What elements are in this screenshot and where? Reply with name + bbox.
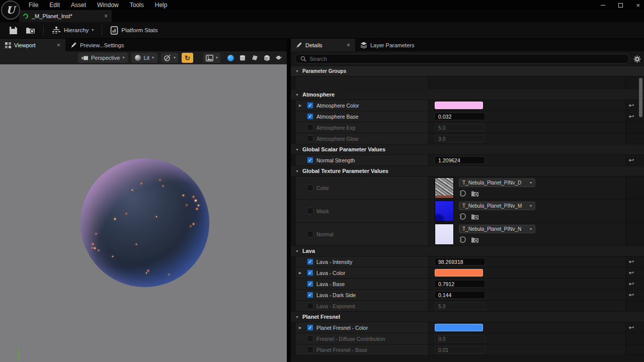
parameter-groups-header[interactable]: ▼ Parameter Groups [291, 66, 644, 76]
minimize-button-icon[interactable] [601, 5, 605, 6]
tab-viewport-close-icon[interactable]: × [57, 42, 60, 48]
reset-button[interactable]: ↩ [629, 113, 634, 120]
value-input[interactable]: 3.0 [435, 135, 485, 142]
browse-to-asset-icon[interactable] [471, 213, 479, 220]
perspective-dropdown[interactable]: Perspective ▾ [78, 53, 128, 63]
tab-details[interactable]: Details × [291, 39, 355, 51]
tab-viewport[interactable]: Viewport × [0, 39, 65, 51]
reset-button[interactable]: ↩ [629, 269, 634, 276]
details-settings-gear-icon[interactable] [633, 55, 641, 63]
color-swatch[interactable] [435, 324, 483, 331]
lava-spark [198, 205, 199, 206]
section-header[interactable]: ▼ Atmosphere [291, 89, 644, 100]
asset-tab[interactable]: _M_Planet_Inst* × [19, 10, 112, 22]
tab-preview-settings[interactable]: Preview...Settings [65, 39, 129, 51]
expander-arrow-icon[interactable]: ▶ [299, 271, 304, 275]
override-checkbox[interactable] [307, 303, 313, 309]
value-input[interactable]: 5.0 [435, 124, 485, 131]
collapse-caret-icon: ▼ [295, 69, 299, 73]
section-header[interactable]: ▼ Planet Fresnel [291, 312, 644, 322]
value-input[interactable]: 1.209624 [435, 156, 485, 164]
screenshot-dropdown[interactable]: ▾ [203, 53, 220, 63]
override-checkbox[interactable]: ✓ [307, 292, 313, 298]
preview-shape-cylinder-button[interactable] [238, 53, 247, 62]
use-selected-asset-icon[interactable] [459, 190, 466, 197]
value-input[interactable]: 0.0 [435, 335, 485, 342]
section-header[interactable]: ▼ Lava [291, 246, 644, 256]
value-input[interactable]: 98.269318 [435, 258, 485, 265]
search-bar[interactable] [295, 54, 629, 64]
color-swatch[interactable] [435, 269, 483, 277]
platform-stats-button[interactable]: Platform Stats [106, 24, 162, 37]
use-selected-asset-icon[interactable] [459, 236, 466, 243]
tab-layer-parameters[interactable]: Layer Parameters [355, 39, 419, 51]
override-checkbox[interactable]: ✓ [307, 113, 313, 120]
override-checkbox[interactable] [307, 346, 313, 353]
reset-button[interactable]: ↩ [629, 258, 634, 265]
preview-shape-cube-button[interactable] [262, 53, 271, 62]
search-input[interactable] [309, 56, 624, 62]
browse-to-asset-button[interactable] [22, 24, 39, 37]
override-checkbox[interactable]: ✓ [307, 324, 313, 331]
override-checkbox[interactable]: ✓ [307, 281, 313, 287]
realtime-toggle-button[interactable]: ↻ [182, 53, 193, 63]
vertical-scrollbar-thumb[interactable] [639, 78, 642, 117]
view-mode-options-dropdown[interactable]: ▾ [161, 53, 178, 63]
reset-button[interactable]: ↩ [629, 324, 634, 331]
preview-shape-plane-button[interactable] [250, 53, 259, 62]
close-window-icon[interactable]: × [636, 2, 640, 9]
override-checkbox[interactable] [307, 231, 313, 237]
expander-arrow-icon[interactable]: ▶ [299, 104, 304, 108]
reset-button[interactable]: ↩ [629, 102, 634, 109]
value-input[interactable]: 5.0 [435, 302, 485, 310]
hierarchy-dropdown[interactable]: Hierarchy ▾ [48, 24, 98, 37]
override-checkbox[interactable]: ✓ [307, 269, 313, 276]
browse-to-asset-icon[interactable] [471, 236, 479, 243]
preview-shape-sphere-button[interactable] [226, 53, 235, 62]
value-input[interactable]: 0.01 [435, 346, 485, 353]
value-input[interactable]: 0.032 [435, 113, 485, 120]
texture-thumbnail[interactable] [435, 177, 454, 199]
override-checkbox[interactable] [307, 135, 313, 142]
preview-shape-teapot-button[interactable] [274, 53, 283, 62]
override-checkbox[interactable] [307, 335, 313, 342]
lava-spark [147, 270, 149, 272]
override-checkbox[interactable]: ✓ [307, 102, 313, 109]
reset-button[interactable]: ↩ [629, 157, 634, 163]
axis-label: u [15, 344, 22, 349]
parameter-row: ▶ ✓ Planet Fresnel - Color ↩ [291, 322, 644, 333]
menu-edit[interactable]: Edit [45, 1, 64, 10]
value-input[interactable]: 0.144 [435, 291, 485, 299]
menu-file[interactable]: File [24, 1, 43, 10]
texture-thumbnail[interactable] [435, 224, 454, 245]
use-selected-asset-icon[interactable] [459, 213, 466, 220]
menu-window[interactable]: Window [93, 1, 123, 10]
override-checkbox[interactable] [307, 124, 313, 131]
texture-asset-dropdown[interactable]: T_Nebula_Planet_PINv_N ▾ [459, 225, 535, 233]
value-input[interactable]: 0.7912 [435, 280, 485, 288]
override-checkbox[interactable]: ✓ [307, 258, 313, 265]
reset-button[interactable]: ↩ [629, 292, 634, 298]
maximize-button-icon[interactable] [618, 3, 623, 8]
override-checkbox[interactable]: ✓ [307, 157, 313, 163]
override-checkbox[interactable] [307, 208, 313, 214]
reset-button[interactable]: ↩ [629, 281, 634, 287]
texture-asset-dropdown[interactable]: T_Nebula_Planet_PINv_D ▾ [459, 178, 535, 187]
section-header[interactable]: ▼ Global Texture Parameter Values [291, 166, 644, 176]
override-checkbox[interactable] [307, 185, 313, 191]
texture-thumbnail[interactable] [435, 201, 454, 222]
viewport-canvas[interactable]: u [0, 64, 287, 362]
expander-arrow-icon[interactable]: ▶ [299, 326, 304, 330]
menu-tools[interactable]: Tools [125, 1, 148, 10]
texture-asset-dropdown[interactable]: T_Nebula_Planet_PINv_M ▾ [459, 202, 535, 210]
menu-help[interactable]: Help [150, 1, 172, 10]
asset-tab-close-icon[interactable]: × [104, 13, 108, 19]
parameter-row: ▶ Lava - Exponent 5.0 ↩ [291, 301, 644, 312]
section-header[interactable]: ▼ Global Scalar Parameter Values [291, 144, 644, 155]
tab-details-close-icon[interactable]: × [347, 42, 350, 48]
lit-mode-dropdown[interactable]: Lit ▾ [131, 53, 157, 63]
color-swatch[interactable] [435, 102, 483, 109]
menu-asset[interactable]: Asset [66, 1, 91, 10]
save-button[interactable] [5, 24, 22, 37]
browse-to-asset-icon[interactable] [471, 190, 479, 197]
